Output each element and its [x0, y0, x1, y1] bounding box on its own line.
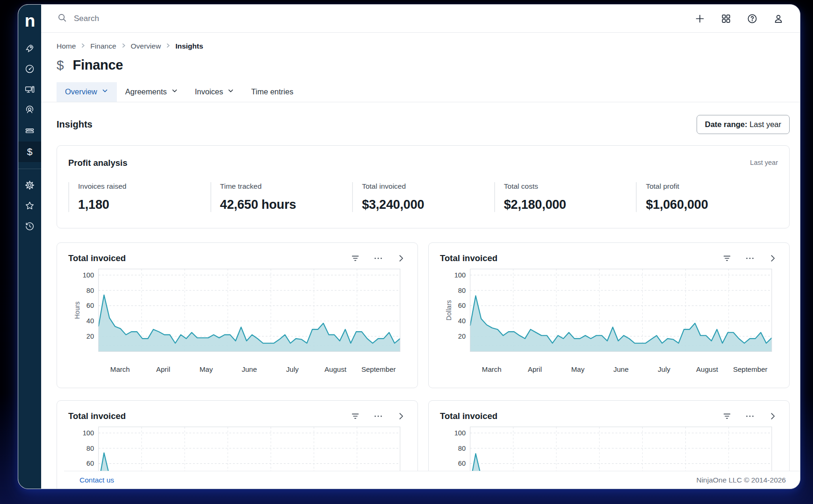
more-options-icon[interactable]: [745, 411, 755, 421]
sidebar-item-history[interactable]: [18, 217, 41, 237]
chevron-down-icon: [101, 87, 108, 96]
sidebar-item-dashboard[interactable]: [18, 59, 41, 80]
settings-gear-icon: [24, 180, 35, 192]
sidebar-item-getting-started[interactable]: [18, 39, 41, 59]
svg-text:80: 80: [86, 287, 94, 294]
svg-text:August: August: [696, 365, 719, 373]
add-button[interactable]: [694, 13, 705, 24]
tab-overview[interactable]: Overview: [57, 82, 117, 102]
svg-text:August: August: [324, 365, 347, 373]
favorites-star-icon: [24, 200, 35, 213]
svg-text:May: May: [200, 365, 213, 373]
breadcrumb-overview[interactable]: Overview: [131, 42, 161, 50]
svg-text:July: July: [658, 365, 670, 373]
more-options-icon[interactable]: [745, 253, 755, 263]
expand-chevron-icon[interactable]: [768, 253, 778, 263]
svg-text:80: 80: [86, 445, 94, 452]
area-chart: 20406080100MarchAprilMayJuneJulyAugustSe…: [440, 267, 778, 378]
rocket-icon: [24, 43, 35, 56]
breadcrumb-home[interactable]: Home: [57, 42, 76, 50]
sidebar-item-finance[interactable]: $: [18, 142, 41, 162]
svg-text:April: April: [528, 365, 542, 373]
ninjaone-logo[interactable]: n: [25, 12, 35, 29]
expand-chevron-icon[interactable]: [396, 253, 406, 263]
chart-card-total-invoiced-2: Total invoiced 20406080100MarchAprilMayJ…: [428, 242, 790, 388]
chevron-right-icon: [80, 42, 86, 50]
search-input[interactable]: [74, 14, 270, 23]
date-range-button[interactable]: Date range: Last year: [697, 115, 790, 134]
chart-title: Total invoiced: [68, 253, 126, 263]
page-content: Home Finance Overview Insights $ Finance…: [41, 33, 800, 489]
svg-text:60: 60: [86, 302, 94, 309]
svg-text:March: March: [110, 365, 130, 373]
tab-invoices[interactable]: Invoices: [187, 82, 243, 102]
chevron-right-icon: [121, 42, 127, 50]
svg-text:June: June: [613, 365, 629, 373]
global-search[interactable]: [57, 13, 694, 25]
sidebar-item-settings[interactable]: [18, 176, 41, 196]
svg-text:Hours: Hours: [73, 302, 81, 319]
metric-total-profit: Total profit $1,060,000: [636, 182, 778, 212]
svg-text:40: 40: [458, 317, 466, 325]
sidebar-item-favorites[interactable]: [18, 196, 41, 217]
expand-chevron-icon[interactable]: [396, 411, 406, 421]
chevron-down-icon: [227, 87, 234, 96]
chart-title: Total invoiced: [440, 253, 497, 263]
svg-text:100: 100: [454, 271, 466, 279]
breadcrumb-insights: Insights: [175, 42, 203, 50]
period-label: Last year: [750, 159, 778, 166]
svg-text:September: September: [361, 365, 396, 373]
sidebar-item-remote-support[interactable]: [18, 100, 41, 121]
svg-text:100: 100: [454, 429, 466, 437]
tab-bar: Overview Agreements Invoices Time entrie…: [41, 82, 800, 102]
remote-support-icon: [24, 105, 35, 117]
contact-us-link[interactable]: Contact us: [79, 476, 114, 484]
svg-text:40: 40: [86, 317, 94, 325]
sidebar: n $: [18, 5, 41, 489]
tab-time-entries[interactable]: Time entries: [243, 82, 302, 102]
expand-chevron-icon[interactable]: [768, 411, 778, 421]
metric-time-tracked: Time tracked 42,650 hours: [210, 182, 353, 212]
app-window: n $: [18, 4, 800, 489]
svg-text:March: March: [482, 365, 502, 373]
svg-text:60: 60: [458, 460, 466, 467]
svg-text:June: June: [242, 365, 257, 373]
metric-total-costs: Total costs $2,180,000: [494, 182, 636, 212]
svg-text:80: 80: [458, 287, 466, 294]
chevron-right-icon: [165, 42, 171, 50]
svg-text:100: 100: [83, 271, 94, 279]
svg-text:60: 60: [458, 302, 466, 309]
svg-text:Dollars: Dollars: [445, 300, 453, 320]
footer: Contact us NinjaOne LLC © 2014-2026: [64, 471, 800, 489]
svg-text:April: April: [156, 365, 170, 373]
dashboard-gauge-icon: [24, 64, 35, 76]
filter-icon[interactable]: [722, 253, 732, 263]
finance-dollar-icon: $: [57, 58, 64, 73]
user-profile-icon[interactable]: [773, 13, 784, 24]
top-bar: [41, 5, 800, 33]
more-options-icon[interactable]: [373, 253, 383, 263]
profit-analysis-title: Profit analysis: [68, 158, 127, 168]
filter-icon[interactable]: [722, 411, 732, 421]
svg-text:100: 100: [83, 429, 94, 437]
metric-invoices-raised: Invoices raised 1,180: [68, 182, 210, 212]
chart-card-total-invoiced-1: Total invoiced 20406080100MarchAprilMayJ…: [57, 242, 418, 388]
devices-icon: [24, 84, 35, 97]
filter-icon[interactable]: [350, 411, 360, 421]
finance-dollar-icon: $: [27, 146, 33, 157]
svg-text:20: 20: [86, 333, 94, 340]
apps-grid-icon[interactable]: [720, 13, 732, 24]
search-icon: [57, 13, 67, 25]
history-clock-icon: [24, 221, 35, 234]
tab-agreements[interactable]: Agreements: [117, 82, 187, 102]
profit-analysis-card: Profit analysis Last year Invoices raise…: [57, 145, 790, 228]
chart-title: Total invoiced: [440, 411, 497, 421]
sidebar-divider: [18, 169, 41, 169]
help-icon[interactable]: [747, 13, 758, 24]
more-options-icon[interactable]: [373, 411, 383, 421]
svg-text:May: May: [571, 365, 585, 373]
breadcrumb-finance[interactable]: Finance: [90, 42, 116, 50]
sidebar-item-ticketing[interactable]: [18, 121, 41, 142]
sidebar-item-devices[interactable]: [18, 80, 41, 100]
filter-icon[interactable]: [350, 253, 360, 263]
